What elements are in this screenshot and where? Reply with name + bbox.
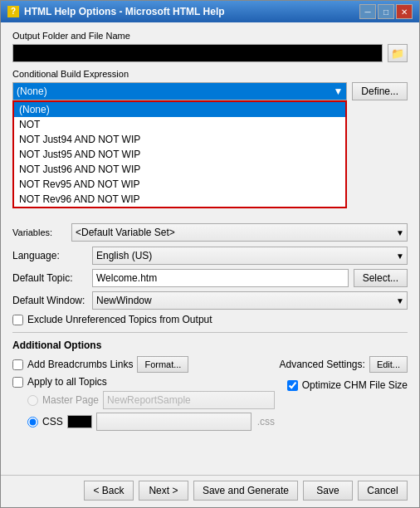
optimize-chm-label: Optimize CHM File Size — [302, 379, 408, 391]
edit-button[interactable]: Edit... — [369, 356, 408, 373]
default-window-row: Default Window: NewWindow ▼ — [12, 291, 408, 310]
additional-options-right: Advanced Settings: Edit... Optimize CHM … — [275, 356, 408, 431]
advanced-settings-label: Advanced Settings: — [279, 359, 364, 370]
language-label: Language: — [12, 250, 87, 261]
exclude-checkbox[interactable] — [12, 315, 23, 325]
select-button[interactable]: Select... — [354, 269, 408, 287]
app-icon: ? — [7, 6, 19, 17]
conditional-selected: (None) — [17, 85, 47, 97]
variables-row: Variables: <Default Variable Set> ▼ — [12, 223, 408, 242]
additional-options-title: Additional Options — [12, 339, 408, 351]
divider — [12, 332, 408, 333]
dropdown-item-not-just94[interactable]: NOT Just94 AND NOT WIP — [14, 132, 345, 147]
css-radio[interactable] — [27, 417, 38, 427]
optimize-chm-checkbox[interactable] — [287, 380, 298, 391]
css-row: CSS .css — [27, 413, 275, 431]
master-page-dropdown-container: NewReportSample — [103, 391, 275, 409]
title-bar: ? HTML Help Options - Microsoft HTML Hel… — [1, 1, 419, 22]
dropdown-item-not-rev96[interactable]: NOT Rev96 AND NOT WIP — [14, 192, 345, 207]
conditional-dropdown-list: (None) NOT NOT Just94 AND NOT WIP NOT Ju… — [12, 100, 347, 208]
dropdown-item-not-just95[interactable]: NOT Just95 AND NOT WIP — [14, 147, 345, 162]
master-page-radio[interactable] — [27, 395, 38, 406]
css-suffix: .css — [257, 416, 275, 427]
css-label: CSS — [42, 416, 63, 427]
css-dropdown-container — [96, 413, 252, 431]
main-window: ? HTML Help Options - Microsoft HTML Hel… — [0, 0, 420, 508]
master-page-label: Master Page — [42, 394, 99, 406]
exclude-checkbox-row: Exclude Unreferenced Topics from Output — [12, 314, 408, 325]
conditional-dropdown[interactable]: (None) ▼ (None) NOT NOT Just94 AND NOT W… — [12, 82, 347, 100]
language-select[interactable]: English (US) — [92, 247, 408, 265]
title-controls: ─ □ ✕ — [359, 4, 413, 19]
back-button[interactable]: < Back — [84, 481, 134, 501]
output-path-input[interactable] — [12, 44, 383, 62]
minimize-button[interactable]: ─ — [359, 4, 376, 19]
dropdown-item-not-rev95[interactable]: NOT Rev95 AND NOT WIP — [14, 177, 345, 192]
apply-all-topics-checkbox[interactable] — [12, 377, 23, 388]
dialog-content: Output Folder and File Name 📁 Conditiona… — [1, 22, 419, 475]
title-bar-text: ? HTML Help Options - Microsoft HTML Hel… — [7, 6, 225, 17]
css-color-box — [67, 415, 92, 428]
master-page-select[interactable]: NewReportSample — [103, 391, 275, 409]
dropdown-item-not[interactable]: NOT — [14, 117, 345, 132]
format-button[interactable]: Format... — [137, 356, 188, 373]
output-row: 📁 — [12, 44, 408, 62]
save-generate-button[interactable]: Save and Generate — [193, 481, 298, 501]
css-select[interactable] — [96, 413, 252, 431]
default-window-label: Default Window: — [12, 295, 87, 306]
default-window-select[interactable]: NewWindow — [92, 291, 408, 310]
define-button[interactable]: Define... — [352, 82, 408, 100]
output-section-label: Output Folder and File Name — [12, 31, 408, 41]
dialog-footer: < Back Next > Save and Generate Save Can… — [1, 475, 419, 507]
variables-dropdown-container: <Default Variable Set> ▼ — [71, 223, 408, 242]
variables-label: Variables: — [12, 227, 66, 237]
conditional-dropdown-header[interactable]: (None) ▼ — [12, 82, 347, 100]
language-dropdown-container: English (US) ▼ — [92, 247, 408, 265]
conditional-row: (None) ▼ (None) NOT NOT Just94 AND NOT W… — [12, 82, 408, 100]
add-breadcrumbs-row: Add Breadcrumbs Links Format... — [12, 356, 275, 373]
close-button[interactable]: ✕ — [396, 4, 413, 19]
default-window-dropdown-container: NewWindow ▼ — [92, 291, 408, 310]
cancel-button[interactable]: Cancel — [358, 481, 408, 501]
dropdown-item-not-just96[interactable]: NOT Just96 AND NOT WIP — [14, 162, 345, 177]
add-breadcrumbs-label: Add Breadcrumbs Links — [27, 359, 133, 370]
default-topic-label: Default Topic: — [12, 272, 87, 284]
additional-options-left: Add Breadcrumbs Links Format... Apply to… — [12, 356, 275, 431]
next-button[interactable]: Next > — [139, 481, 188, 501]
save-button[interactable]: Save — [303, 481, 353, 501]
dropdown-item-none[interactable]: (None) — [14, 102, 345, 117]
variables-select[interactable]: <Default Variable Set> — [71, 223, 408, 242]
exclude-label: Exclude Unreferenced Topics from Output — [27, 314, 212, 325]
default-topic-row: Default Topic: Select... — [12, 269, 408, 287]
master-page-row: Master Page NewReportSample — [27, 391, 275, 409]
default-topic-input[interactable] — [92, 269, 349, 287]
apply-all-topics-row: Apply to all Topics — [12, 376, 275, 388]
optimize-chm-row: Optimize CHM File Size — [275, 379, 408, 391]
apply-all-topics-label: Apply to all Topics — [27, 376, 107, 388]
advanced-settings-row: Advanced Settings: Edit... — [275, 356, 408, 373]
dropdown-arrow-icon: ▼ — [333, 85, 343, 97]
conditional-section-label: Conditional Build Expression — [12, 69, 408, 79]
add-breadcrumbs-checkbox[interactable] — [12, 359, 23, 370]
additional-options-grid: Add Breadcrumbs Links Format... Apply to… — [12, 356, 408, 431]
maximize-button[interactable]: □ — [378, 4, 394, 19]
language-row: Language: English (US) ▼ — [12, 247, 408, 265]
browse-button[interactable]: 📁 — [388, 44, 408, 62]
